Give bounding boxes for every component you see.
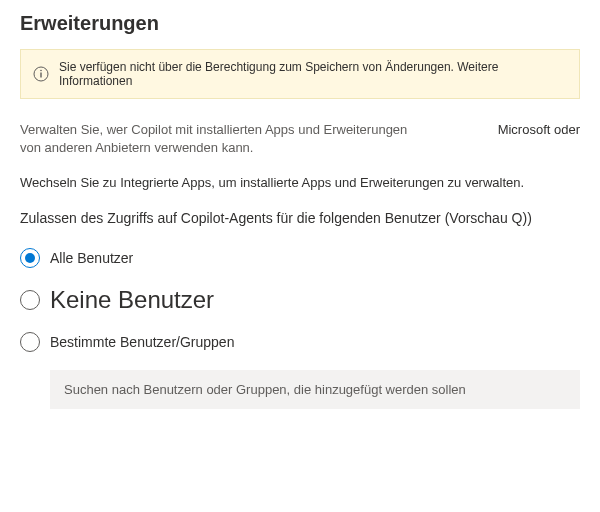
user-group-search-input[interactable]: Suchen nach Benutzern oder Gruppen, die …	[50, 370, 580, 409]
radio-all-users[interactable]: Alle Benutzer	[20, 248, 580, 268]
page-title: Erweiterungen	[20, 12, 580, 35]
banner-text: Sie verfügen nicht über die Berechtigung…	[59, 60, 567, 88]
description-main: Verwalten Sie, wer Copilot mit installie…	[20, 121, 430, 157]
permission-warning-banner: Sie verfügen nicht über die Berechtigung…	[20, 49, 580, 99]
radio-no-users[interactable]: Keine Benutzer	[20, 286, 580, 314]
svg-point-1	[40, 70, 42, 72]
radio-label: Bestimmte Benutzer/Gruppen	[50, 334, 234, 350]
description-row: Verwalten Sie, wer Copilot mit installie…	[20, 121, 580, 157]
description-side: Microsoft oder	[498, 121, 580, 137]
access-section-label: Zulassen des Zugriffs auf Copilot-Agents…	[20, 210, 580, 226]
radio-label: Keine Benutzer	[50, 286, 214, 314]
radio-button-icon	[20, 248, 40, 268]
integrated-apps-note: Wechseln Sie zu Integrierte Apps, um ins…	[20, 175, 580, 190]
info-icon	[33, 66, 49, 82]
radio-specific-users[interactable]: Bestimmte Benutzer/Gruppen	[20, 332, 580, 352]
user-access-radio-group: Alle Benutzer Keine Benutzer Bestimmte B…	[20, 248, 580, 409]
radio-label: Alle Benutzer	[50, 250, 133, 266]
svg-rect-2	[40, 73, 41, 78]
radio-button-icon	[20, 290, 40, 310]
radio-button-icon	[20, 332, 40, 352]
